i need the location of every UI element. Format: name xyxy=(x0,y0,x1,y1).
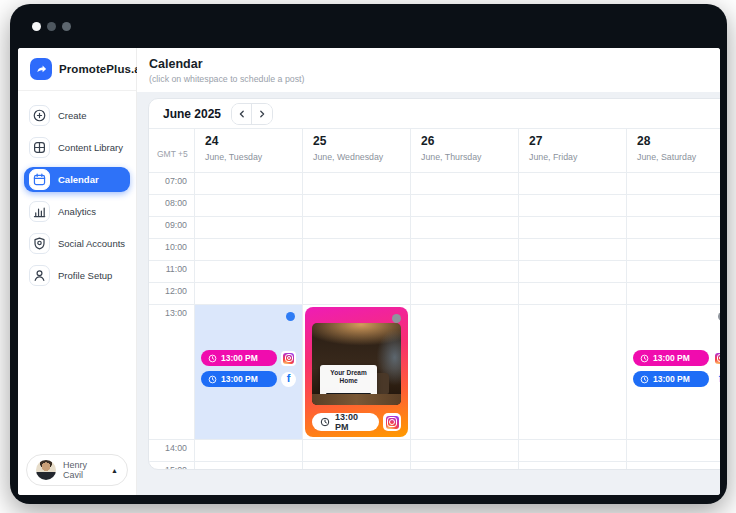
day-label: June, Thursday xyxy=(421,152,518,162)
day-header-26: 26 June, Thursday xyxy=(411,129,519,172)
calendar-cell[interactable] xyxy=(303,217,411,238)
calendar-cell[interactable] xyxy=(195,195,303,216)
calendar-cell[interactable] xyxy=(519,261,627,282)
sidebar-item-calendar[interactable]: Calendar xyxy=(24,167,130,192)
calendar-cell[interactable] xyxy=(519,462,627,470)
calendar-cell[interactable] xyxy=(627,261,720,282)
sidebar-item-content-library[interactable]: Content Library xyxy=(24,135,130,160)
sidebar-item-label: Calendar xyxy=(58,174,99,185)
brand-name: PromotePlus.ai xyxy=(59,63,144,75)
post-time: 13:00 PM xyxy=(653,374,690,384)
person-icon xyxy=(29,265,50,286)
calendar-cell[interactable] xyxy=(519,173,627,194)
time-row-1100: 11:00 xyxy=(149,261,720,283)
calendar-cell[interactable] xyxy=(627,283,720,304)
calendar-cell[interactable] xyxy=(303,239,411,260)
time-pill: 13:00 PM xyxy=(312,413,379,431)
post-image-living-room: Your Dream Home Deals You In 2023 Prime … xyxy=(312,323,401,405)
prev-month-button[interactable] xyxy=(232,104,252,124)
calendar-cell[interactable] xyxy=(411,217,519,238)
calendar-cell[interactable] xyxy=(411,440,519,461)
window-dot-maximize[interactable] xyxy=(62,22,71,31)
sidebar-item-profile-setup[interactable]: Profile Setup xyxy=(24,263,130,288)
scheduled-post-facebook[interactable]: 13:00 PM f xyxy=(633,371,720,387)
next-month-button[interactable] xyxy=(252,104,272,124)
user-menu[interactable]: Henry Cavil ▲ xyxy=(26,454,128,486)
calendar-cell[interactable] xyxy=(303,261,411,282)
calendar-cell[interactable] xyxy=(195,283,303,304)
instagram-icon xyxy=(713,351,720,366)
calendar-cell[interactable] xyxy=(195,261,303,282)
calendar-cell[interactable] xyxy=(411,173,519,194)
scheduled-post-facebook[interactable]: 13:00 PM f xyxy=(201,371,296,387)
time-label: 10:00 xyxy=(149,239,194,252)
calendar-cell[interactable] xyxy=(195,440,303,461)
ad-title: Your Dream Home xyxy=(323,369,374,385)
calendar-cell[interactable] xyxy=(195,462,303,470)
instagram-icon xyxy=(281,351,296,366)
day-header-25: 25 June, Wednesday xyxy=(303,129,411,172)
calendar-cell[interactable] xyxy=(195,239,303,260)
page-title: Calendar xyxy=(149,57,720,71)
day-number: 28 xyxy=(637,134,720,148)
calendar-cell-thu-1300[interactable] xyxy=(411,305,519,439)
calendar-cell[interactable] xyxy=(627,239,720,260)
time-pill: 13:00 PM xyxy=(633,371,709,387)
calendar-cell[interactable] xyxy=(519,195,627,216)
sidebar-item-social-accounts[interactable]: Social Accounts xyxy=(24,231,130,256)
calendar-cell[interactable] xyxy=(411,239,519,260)
scheduled-post-instagram[interactable]: 13:00 PM xyxy=(201,350,296,366)
time-row-0800: 08:00 xyxy=(149,195,720,217)
calendar-cell[interactable] xyxy=(627,195,720,216)
calendar-cell-sat-1300[interactable]: 13:00 PM 13:00 PM xyxy=(627,305,720,439)
time-row-0900: 09:00 xyxy=(149,217,720,239)
calendar-cell[interactable] xyxy=(303,283,411,304)
main-area: Calendar (click on whitespace to schedul… xyxy=(137,48,720,495)
calendar-cell[interactable] xyxy=(303,440,411,461)
calendar-cell[interactable] xyxy=(627,217,720,238)
time-label: 11:00 xyxy=(149,261,194,274)
scheduled-post-preview[interactable]: Your Dream Home Deals You In 2023 Prime … xyxy=(305,307,408,437)
calendar-cell[interactable] xyxy=(627,440,720,461)
calendar-cell[interactable] xyxy=(519,217,627,238)
main-body: June 2025 xyxy=(137,92,720,495)
calendar-cell[interactable] xyxy=(303,195,411,216)
calendar-cell[interactable] xyxy=(303,173,411,194)
plus-circle-icon xyxy=(29,105,50,126)
day-header-27: 27 June, Friday xyxy=(519,129,627,172)
window-dot-minimize[interactable] xyxy=(47,22,56,31)
calendar-cell[interactable] xyxy=(303,462,411,470)
calendar-cell[interactable] xyxy=(519,283,627,304)
day-header-row: GMT +5 24 June, Tuesday 25 June, Wednesd… xyxy=(149,129,720,173)
timezone-label: GMT +5 xyxy=(149,129,194,172)
time-label: 09:00 xyxy=(149,217,194,230)
calendar-cell[interactable] xyxy=(627,462,720,470)
calendar-cell[interactable] xyxy=(411,462,519,470)
window-frame: PromotePlus.ai Create Content Library xyxy=(10,4,727,504)
calendar-cell[interactable] xyxy=(519,440,627,461)
sidebar-item-analytics[interactable]: Analytics xyxy=(24,199,130,224)
window-dot-close[interactable] xyxy=(32,22,41,31)
scheduled-post-instagram[interactable]: 13:00 PM xyxy=(633,350,720,366)
day-label: June, Wednesday xyxy=(313,152,410,162)
calendar-cell[interactable] xyxy=(411,195,519,216)
calendar-cell[interactable] xyxy=(195,217,303,238)
sidebar-item-label: Profile Setup xyxy=(58,270,112,281)
month-nav xyxy=(231,103,273,125)
calendar-cell-tue-1300[interactable]: 13:00 PM 13:00 PM xyxy=(195,305,303,439)
calendar-cell-wed-1300[interactable]: Your Dream Home Deals You In 2023 Prime … xyxy=(303,305,411,439)
status-dot-blue xyxy=(286,312,295,321)
post-time: 13:00 PM xyxy=(221,374,258,384)
post-time: 13:00 PM xyxy=(221,353,258,363)
calendar-cell[interactable] xyxy=(411,261,519,282)
calendar-cell[interactable] xyxy=(411,283,519,304)
ad-button: Deals You In 2023 xyxy=(326,393,371,401)
caret-up-icon: ▲ xyxy=(111,467,118,474)
sidebar-item-create[interactable]: Create xyxy=(24,103,130,128)
calendar-cell-fri-1300[interactable] xyxy=(519,305,627,439)
calendar-cell[interactable] xyxy=(627,173,720,194)
user-name: Henry Cavil xyxy=(63,460,104,480)
calendar-cell[interactable] xyxy=(519,239,627,260)
calendar-icon xyxy=(29,169,50,190)
calendar-cell[interactable] xyxy=(195,173,303,194)
